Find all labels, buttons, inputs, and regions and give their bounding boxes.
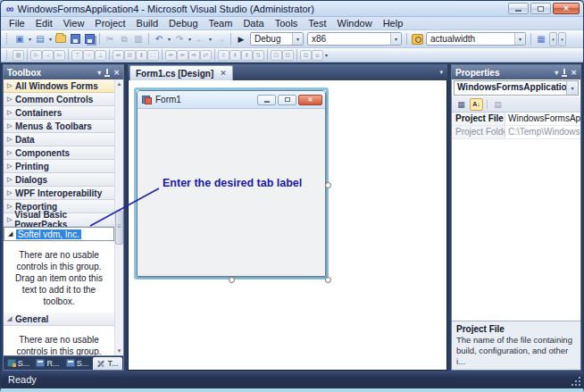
- toolbox-category-menus-toolbars[interactable]: ▷Menus & Toolbars: [4, 120, 114, 133]
- toolbar-options-button[interactable]: ▾: [549, 32, 557, 46]
- designed-form-titlebar[interactable]: Form1 ✕: [138, 91, 325, 109]
- increase-vertical-spacing-button[interactable]: ⇞: [229, 50, 241, 61]
- toolbar-options-button[interactable]: ▾: [558, 32, 566, 46]
- close-panel-icon[interactable]: ✕: [113, 69, 120, 77]
- toolbox-scrollbar[interactable]: ▲ ▼: [114, 79, 123, 355]
- toolbar-grip[interactable]: [6, 50, 9, 60]
- toolbox-category-data[interactable]: ▷Data: [4, 133, 114, 146]
- tab-solution-explorer[interactable]: S...: [63, 356, 92, 370]
- save-all-button[interactable]: [82, 32, 96, 46]
- toolbox-category-containers[interactable]: ▷Containers: [4, 106, 114, 120]
- solution-explorer-button[interactable]: ▦: [534, 32, 548, 46]
- size-to-grid-button[interactable]: ⊞: [124, 50, 136, 61]
- cut-button[interactable]: ✂: [103, 32, 117, 46]
- form-client-area[interactable]: [138, 109, 325, 276]
- tab-resource-view[interactable]: R...: [33, 356, 63, 370]
- resize-grip[interactable]: [572, 378, 580, 386]
- toolbox-category-dialogs[interactable]: ▷Dialogs: [4, 173, 114, 187]
- new-project-button[interactable]: ▣: [13, 32, 27, 46]
- start-debugging-button[interactable]: ▶: [234, 32, 248, 46]
- resize-handle-bottom[interactable]: [229, 277, 235, 283]
- menu-tools[interactable]: Tools: [270, 17, 304, 29]
- menu-edit[interactable]: Edit: [30, 17, 58, 29]
- make-same-width-button[interactable]: ⬌: [113, 50, 124, 61]
- center-vertically-button[interactable]: ⊟: [282, 50, 294, 61]
- resize-handle-bottom-right[interactable]: [325, 277, 331, 283]
- alphabetical-button[interactable]: A↓: [470, 98, 483, 111]
- find-in-files-button[interactable]: [410, 32, 424, 46]
- save-button[interactable]: [68, 32, 82, 46]
- snap-to-grid-button[interactable]: ▦: [13, 50, 24, 61]
- toolbar-grip[interactable]: [6, 33, 9, 45]
- paste-button[interactable]: ▥: [131, 32, 146, 46]
- auto-hide-pin-icon[interactable]: [104, 69, 110, 77]
- tab-server-explorer[interactable]: S...: [4, 356, 33, 370]
- redo-button[interactable]: ↷: [172, 32, 187, 46]
- copy-button[interactable]: ⧉: [117, 32, 131, 46]
- center-horizontally-button[interactable]: ⊡: [271, 50, 282, 61]
- align-middles-button[interactable]: ⊹: [83, 50, 95, 61]
- designed-form[interactable]: Form1 ✕: [137, 90, 326, 277]
- layout-toolbar-overflow[interactable]: ▾: [323, 52, 330, 58]
- window-position-icon[interactable]: ▾: [555, 69, 558, 77]
- menu-test[interactable]: Test: [303, 17, 331, 29]
- align-rights-button[interactable]: ⊨: [54, 50, 65, 61]
- combo-dropdown-icon[interactable]: ▾: [514, 33, 525, 45]
- solution-configurations-combo[interactable]: Debug ▾: [250, 32, 304, 46]
- make-horizontal-spacing-equal-button[interactable]: ⇹: [165, 50, 177, 61]
- toolbox-category-name-edit[interactable]: Softel vdm, Inc.: [16, 229, 81, 239]
- send-to-back-button[interactable]: ⧇: [312, 50, 323, 61]
- navigate-backward-button[interactable]: ←: [193, 32, 207, 46]
- close-document-icon[interactable]: ✕: [220, 69, 227, 78]
- align-lefts-button[interactable]: ⊫: [30, 50, 42, 61]
- property-pages-button[interactable]: ▤: [491, 98, 505, 111]
- toolbox-category-wpf-interoperability[interactable]: ▷WPF Interoperability: [4, 187, 114, 200]
- categorized-button[interactable]: ▦: [455, 98, 468, 111]
- resize-handle-right[interactable]: [325, 182, 331, 188]
- close-panel-icon[interactable]: ✕: [571, 69, 577, 77]
- menu-project[interactable]: Project: [89, 17, 130, 29]
- menu-build[interactable]: Build: [131, 17, 163, 29]
- combo-dropdown-icon[interactable]: ▾: [566, 81, 578, 95]
- properties-header[interactable]: Properties ▾ ✕: [452, 65, 580, 79]
- toolbox-category-common-controls[interactable]: ▷Common Controls: [4, 93, 114, 106]
- undo-button[interactable]: ↶: [152, 32, 166, 46]
- menu-view[interactable]: View: [58, 17, 90, 29]
- window-position-icon[interactable]: ▾: [97, 69, 101, 77]
- make-same-size-button[interactable]: ⛶: [147, 50, 159, 61]
- navigate-forward-button[interactable]: →: [213, 32, 228, 46]
- menu-debug[interactable]: Debug: [163, 17, 203, 29]
- remove-horizontal-spacing-button[interactable]: ⇄: [200, 50, 212, 61]
- open-file-button[interactable]: [54, 32, 68, 46]
- align-tops-button[interactable]: ⊤: [71, 50, 83, 61]
- toolbox-category-components[interactable]: ▷Components: [4, 146, 114, 160]
- toolbox-header[interactable]: Toolbox ▾ ✕: [4, 65, 123, 79]
- title-bar[interactable]: ∞ WindowsFormsApplication4 - Microsoft V…: [1, 1, 583, 17]
- make-vertical-spacing-equal-button[interactable]: ⇳: [218, 50, 229, 61]
- solution-platforms-combo[interactable]: x86 ▾: [307, 32, 402, 46]
- scroll-up-icon[interactable]: ▲: [115, 79, 124, 88]
- toolbox-category-printing[interactable]: ▷Printing: [4, 160, 114, 173]
- design-surface[interactable]: Form1 ✕: [128, 80, 447, 371]
- find-combo[interactable]: actualwidth ▾: [426, 32, 526, 46]
- align-bottoms-button[interactable]: ⊥: [95, 50, 106, 61]
- redo-dropdown[interactable]: ▾: [187, 36, 193, 42]
- undo-dropdown[interactable]: ▾: [166, 36, 172, 42]
- menu-window[interactable]: Window: [332, 17, 378, 29]
- toolbox-category-all-windows-forms[interactable]: ▷All Windows Forms: [4, 79, 114, 93]
- align-centers-button[interactable]: ⫞: [42, 50, 54, 61]
- scrollbar-thumb[interactable]: [115, 211, 123, 245]
- property-row-project-file[interactable]: Project File WindowsFormsAp: [452, 113, 580, 126]
- restore-button[interactable]: [530, 3, 551, 14]
- property-row-project-folder[interactable]: Project Folde C:\Temp\Windows: [452, 126, 580, 139]
- menu-help[interactable]: Help: [378, 17, 409, 29]
- navigate-backward-dropdown[interactable]: ▾: [207, 36, 213, 42]
- decrease-vertical-spacing-button[interactable]: ⇟: [241, 50, 253, 61]
- form-selection-border[interactable]: Form1 ✕: [134, 88, 329, 279]
- combo-dropdown-icon[interactable]: ▾: [292, 33, 303, 45]
- minimize-button[interactable]: [508, 3, 529, 14]
- property-value[interactable]: WindowsFormsAp: [505, 113, 580, 125]
- increase-horizontal-spacing-button[interactable]: ⇻: [177, 50, 188, 61]
- decrease-horizontal-spacing-button[interactable]: ⇺: [188, 50, 200, 61]
- tab-form1-design[interactable]: Form1.cs [Design] ✕: [129, 65, 233, 80]
